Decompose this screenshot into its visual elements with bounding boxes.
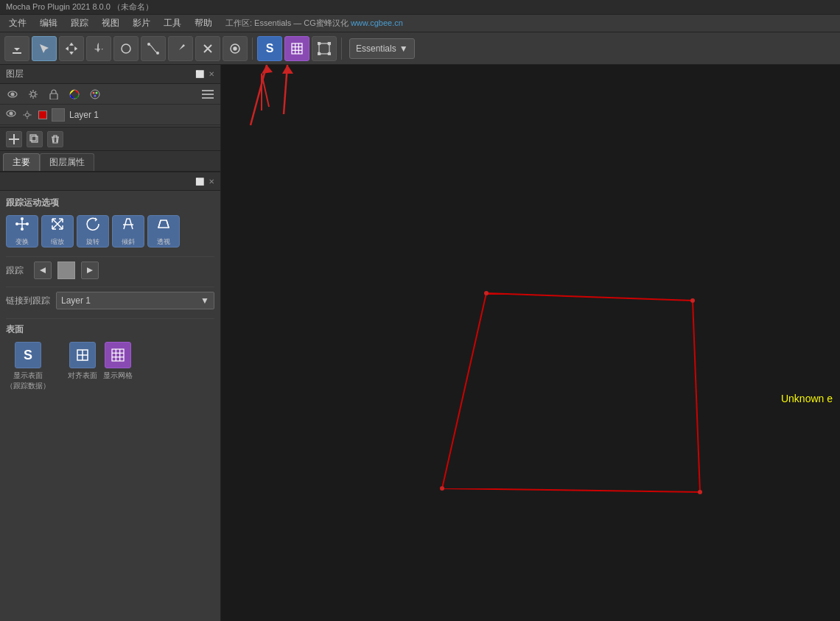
transform-surface-button[interactable] (312, 36, 337, 61)
layer-name-text: Layer 1 (69, 110, 214, 120)
export-button[interactable] (4, 36, 29, 61)
svg-rect-25 (202, 94, 214, 95)
circle-button[interactable] (223, 36, 248, 61)
rotate-btn-label: 旋转 (86, 237, 99, 247)
surface-tool-button[interactable]: S (257, 36, 282, 61)
workspace-dropdown[interactable]: Essentials ▼ (349, 38, 415, 59)
svg-rect-31 (30, 135, 36, 141)
surface-section: 表面 S 显示表面（跟踪数据） (6, 323, 214, 391)
svg-point-29 (26, 113, 29, 116)
rotate-icon (85, 216, 101, 234)
align-surface-icon (69, 342, 96, 368)
layer-lock-icon[interactable] (47, 88, 60, 101)
toolbar: S Essentials ▼ (0, 32, 840, 65)
grid-btn-icon (105, 342, 131, 368)
svg-rect-44 (112, 349, 124, 361)
ellipse-tool-button[interactable] (113, 36, 139, 61)
perspective-tracking-button[interactable]: 透视 (147, 215, 180, 248)
move-tool-button[interactable] (59, 36, 84, 61)
bezier-tool-button[interactable] (141, 36, 166, 61)
svg-point-13 (318, 52, 321, 55)
workspace-link[interactable]: www.cgbee.cn (351, 18, 403, 27)
layer-add-button[interactable] (6, 131, 22, 147)
layer-row-1[interactable]: Layer 1 (0, 105, 220, 125)
link-tracker-dropdown[interactable]: Layer 1 ▼ (56, 292, 214, 309)
scale-icon (49, 216, 66, 234)
menu-track[interactable]: 跟踪 (65, 15, 94, 31)
svg-marker-39 (40, 267, 46, 273)
menu-edit[interactable]: 编辑 (34, 15, 63, 31)
show-grid-label: 显示网格 (103, 371, 133, 381)
shear-tracking-button[interactable]: 倾斜 (112, 215, 144, 248)
layers-list: Layer 1 (0, 105, 220, 127)
pen-tool-button[interactable] (168, 36, 193, 61)
svg-rect-26 (202, 97, 214, 99)
grid-tool-button[interactable] (284, 36, 309, 61)
layer-settings-row-icon[interactable] (21, 108, 34, 122)
svg-rect-5 (292, 43, 302, 54)
layer-palette-icon[interactable] (88, 88, 102, 101)
panel-close-button[interactable]: ✕ (209, 178, 214, 186)
properties-panel: 跟踪运动选项 (0, 191, 220, 397)
layers-menu-icon[interactable] (201, 88, 214, 101)
title-bar: Mocha Pro Plugin 2021 8.0.0 （未命名） (0, 0, 840, 15)
perspective-btn-label: 透视 (157, 237, 170, 247)
layer-delete-button[interactable] (47, 131, 63, 147)
svg-marker-40 (87, 267, 93, 273)
lower-header-icons: ⬜ ✕ (195, 178, 214, 186)
svg-point-34 (15, 222, 18, 225)
tracker-next-button[interactable] (81, 262, 99, 279)
svg-point-0 (122, 44, 130, 53)
menu-help[interactable]: 帮助 (189, 15, 218, 31)
surface-section-title: 表面 (6, 323, 214, 336)
svg-point-32 (21, 217, 24, 220)
menu-movie[interactable]: 影片 (127, 15, 156, 31)
tracking-shape (221, 65, 840, 621)
svg-point-28 (10, 112, 13, 115)
svg-point-20 (91, 90, 99, 99)
tab-layer-properties[interactable]: 图层属性 (40, 153, 94, 171)
layers-bottom (0, 127, 220, 150)
layer-color-wheel-icon[interactable] (68, 88, 81, 101)
layer-eye-icon[interactable] (6, 110, 16, 120)
divider-3 (6, 318, 214, 319)
surface-s-icon: S (266, 42, 274, 55)
svg-point-53 (440, 486, 444, 491)
show-surface-button[interactable]: S 显示表面（跟踪数据） (6, 342, 50, 391)
layer-duplicate-button[interactable] (27, 131, 43, 147)
tab-main[interactable]: 主要 (3, 153, 40, 171)
layers-section: 图层 ⬜ ✕ (0, 65, 220, 151)
svg-point-35 (26, 222, 29, 225)
title-text: Mocha Pro Plugin 2021 8.0.0 （未命名） (6, 1, 153, 13)
layer-color-swatch (38, 110, 47, 119)
layer-settings-icon[interactable] (27, 88, 40, 101)
tracker-row: 跟踪 (6, 262, 214, 279)
surface-s-letter: S (24, 348, 32, 363)
layers-title: 图层 (6, 68, 24, 80)
viewport[interactable]: Unknown e (221, 65, 840, 621)
svg-point-12 (328, 42, 331, 45)
toolbar-separator-2 (341, 38, 342, 60)
menu-file[interactable]: 文件 (3, 15, 32, 31)
shear-btn-label: 倾斜 (122, 237, 135, 247)
transform-tracking-button[interactable]: 变换 (6, 215, 38, 248)
clear-button[interactable] (195, 36, 220, 61)
svg-line-38 (167, 220, 169, 228)
menu-view[interactable]: 视图 (96, 15, 125, 31)
pan-tool-button[interactable] (86, 36, 111, 61)
align-surface-button[interactable]: 对齐表面 (68, 342, 97, 391)
rotate-tracking-button[interactable]: 旋转 (77, 215, 109, 248)
layer-visibility-icon[interactable] (6, 88, 19, 101)
panel-float-button[interactable]: ⬜ (195, 178, 204, 186)
svg-point-51 (690, 298, 695, 303)
scale-tracking-button[interactable]: 缩放 (41, 215, 74, 248)
select-tool-button[interactable] (32, 36, 57, 61)
layers-header-icons: ⬜ ✕ (195, 70, 214, 78)
show-grid-button[interactable]: 显示网格 (103, 342, 133, 391)
svg-rect-24 (202, 90, 214, 91)
tracker-prev-button[interactable] (34, 262, 52, 279)
layers-close-button[interactable]: ✕ (209, 70, 214, 78)
layers-float-button[interactable]: ⬜ (195, 70, 204, 78)
tracking-options-title: 跟踪运动选项 (6, 197, 214, 209)
menu-tools[interactable]: 工具 (158, 15, 187, 31)
